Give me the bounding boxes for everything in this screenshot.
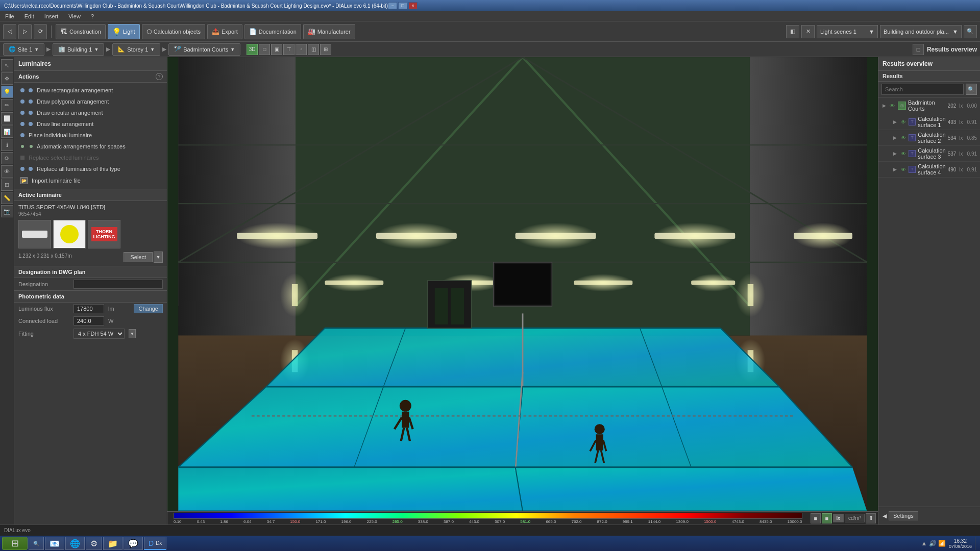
tool-calc[interactable]: 📊: [1, 126, 13, 138]
menu-insert[interactable]: Insert: [42, 12, 61, 20]
action-replace-all[interactable]: Replace all luminaires of this type: [14, 163, 167, 174]
action-circ[interactable]: Draw circular arrangement: [14, 107, 167, 118]
result-badminton-courts[interactable]: ▶ 👁 ⊞ Badminton Courts 202 lx 0.00: [878, 97, 980, 114]
export-tab[interactable]: 📤 Export: [207, 24, 242, 39]
taskbar-ie[interactable]: 🌐: [65, 537, 85, 550]
eye-calc-4[interactable]: 👁: [900, 166, 907, 173]
eye-badminton[interactable]: 👁: [889, 102, 896, 109]
start-button[interactable]: ⊞: [2, 537, 28, 550]
taskbar-chrome[interactable]: ⚙: [86, 537, 102, 550]
light-scenes-dropdown[interactable]: Light scenes 1 ▼: [817, 25, 878, 38]
storey-nav[interactable]: 📐 Storey 1 ▼: [112, 43, 160, 56]
action-import[interactable]: 📂 Import luminaire file: [14, 174, 167, 187]
select-dropdown-btn[interactable]: ▼: [154, 252, 163, 263]
action-line[interactable]: Draw line arrangement: [14, 118, 167, 130]
result-calc-4[interactable]: ▶ 👁 ⊤ Calculation surface 4 490 lx 0.91: [878, 162, 980, 178]
toolbar-toggle-2[interactable]: ✕: [801, 25, 815, 38]
toolbar-icon-3[interactable]: ⟳: [34, 24, 47, 39]
search-input[interactable]: [881, 84, 964, 95]
tool-move[interactable]: ✥: [1, 72, 13, 85]
eye-calc-2[interactable]: 👁: [900, 134, 907, 141]
building-nav[interactable]: 🏢 Building 1 ▼: [53, 43, 104, 56]
tool-rotate[interactable]: ⟳: [1, 152, 13, 164]
fitting-dropdown-icon[interactable]: ▼: [129, 329, 136, 338]
tool-area[interactable]: ⬜: [1, 112, 13, 124]
actions-header: Actions ?: [14, 71, 167, 83]
tool-select[interactable]: ↖: [1, 59, 13, 71]
expand-icon[interactable]: ⬆: [866, 513, 876, 523]
unit-lx[interactable]: lx: [833, 514, 844, 522]
unit-cdm2[interactable]: cd/m²: [845, 514, 865, 522]
tool-measure[interactable]: 📏: [1, 192, 13, 204]
close-button[interactable]: ×: [408, 2, 418, 9]
expand-calc-2[interactable]: ▶: [893, 135, 898, 140]
settings-area: ◀ Settings: [878, 507, 980, 524]
manufacturer-tab[interactable]: 🏭 Manufacturer: [303, 24, 355, 39]
menu-help[interactable]: ?: [89, 12, 96, 20]
select-button[interactable]: Select: [124, 252, 153, 262]
building-nav-icon: 🏢: [58, 46, 65, 53]
toggle-results-btn[interactable]: □: [913, 44, 924, 55]
minimize-button[interactable]: −: [388, 2, 397, 9]
result-calc-2[interactable]: ▶ 👁 ⊤ Calculation surface 2 534 lx 0.85: [878, 130, 980, 146]
tool-eye[interactable]: 👁: [1, 165, 13, 178]
view-fit[interactable]: ⊞: [320, 44, 331, 55]
view-wire[interactable]: ▣: [271, 44, 282, 55]
search-button[interactable]: 🔍: [966, 84, 977, 95]
construction-tab[interactable]: 🏗 Construction: [56, 24, 106, 39]
result-calc-1[interactable]: ▶ 👁 ⊤ Calculation surface 1 493 lx 0.91: [878, 114, 980, 130]
actions-help[interactable]: ?: [156, 73, 163, 80]
titlebar-title: C:\Users\nelca.roco\Documents\Willingdon…: [4, 3, 388, 9]
building-dropdown[interactable]: Building and outdoor pla... ▼: [880, 25, 962, 38]
light-tab[interactable]: 💡 Light: [108, 24, 140, 39]
view-3d[interactable]: 3D: [247, 44, 258, 55]
view-front[interactable]: ▫: [296, 44, 307, 55]
toolbar-toggle-1[interactable]: ◧: [786, 25, 799, 38]
color-icon[interactable]: ■: [822, 513, 832, 523]
expand-icon-results[interactable]: ◀: [883, 513, 887, 519]
maximize-button[interactable]: □: [398, 2, 407, 9]
action-poly[interactable]: Draw polygonal arrangement: [14, 96, 167, 107]
action-auto[interactable]: Automatic arrangements for spaces: [14, 141, 167, 152]
taskbar-files[interactable]: 📁: [103, 537, 122, 550]
toolbar-icon-2[interactable]: ▷: [18, 24, 32, 39]
taskbar-skype[interactable]: 💬: [124, 537, 143, 550]
change-button[interactable]: Change: [134, 304, 163, 313]
tool-info[interactable]: ℹ: [1, 139, 13, 151]
show-desktop-btn[interactable]: [975, 537, 978, 550]
tool-camera[interactable]: 📷: [1, 205, 13, 217]
room-nav[interactable]: 🏸 Badminton Courts ▼: [168, 43, 240, 56]
view-side[interactable]: ◫: [308, 44, 319, 55]
sidebar-header: Luminaires: [14, 57, 167, 71]
zoom-icon[interactable]: 🔍: [964, 25, 977, 38]
taskbar-search[interactable]: 🔍: [29, 537, 44, 550]
eye-calc-1[interactable]: 👁: [900, 118, 907, 126]
scale-icon: ■: [811, 513, 821, 523]
taskbar-outlook[interactable]: 📧: [45, 537, 64, 550]
expand-calc-1[interactable]: ▶: [893, 119, 898, 124]
expand-badminton[interactable]: ▶: [881, 103, 887, 108]
menu-file[interactable]: File: [3, 12, 16, 20]
tool-light[interactable]: 💡: [1, 86, 13, 98]
expand-calc-3[interactable]: ▶: [893, 151, 898, 156]
taskbar-dialux[interactable]: D Dx: [144, 537, 166, 550]
action-rect[interactable]: Draw rectangular arrangement: [14, 85, 167, 96]
action-place[interactable]: Place individual luminaire: [14, 130, 167, 141]
site-nav[interactable]: 🌐 Site 1 ▼: [3, 43, 44, 56]
settings-button[interactable]: Settings: [889, 511, 918, 520]
calculation-objects-tab[interactable]: ⬡ Calculation objects: [142, 24, 205, 39]
viewport[interactable]: [167, 57, 878, 511]
tool-grid[interactable]: ⊞: [1, 179, 13, 191]
eye-calc-3[interactable]: 👁: [900, 150, 907, 157]
toolbar-icon-1[interactable]: ◁: [3, 24, 16, 39]
result-calc-3[interactable]: ▶ 👁 ⊤ Calculation surface 3 537 lx 0.91: [878, 146, 980, 162]
fitting-select[interactable]: 4 x FDH 54 W: [74, 329, 125, 339]
expand-calc-4[interactable]: ▶: [893, 167, 898, 172]
designation-input[interactable]: [74, 280, 163, 289]
menu-view[interactable]: View: [66, 12, 83, 20]
documentation-tab[interactable]: 📄 Documentation: [244, 24, 301, 39]
menu-edit[interactable]: Edit: [22, 12, 36, 20]
view-shade[interactable]: □: [259, 44, 270, 55]
view-top[interactable]: ⊤: [283, 44, 295, 55]
tool-draw[interactable]: ✏: [1, 99, 13, 111]
